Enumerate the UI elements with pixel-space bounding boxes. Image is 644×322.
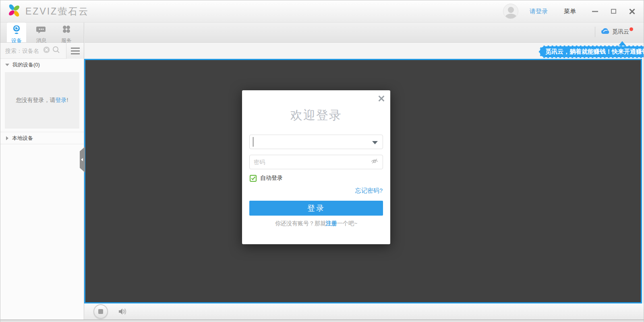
my-devices-header[interactable]: 我的设备(0)	[0, 59, 84, 71]
divider	[595, 27, 595, 37]
password-input[interactable]	[250, 159, 371, 165]
login-dialog: 欢迎登录	[242, 90, 390, 244]
device-list-panel: 您没有登录，请登录!	[5, 72, 79, 129]
chat-icon	[36, 25, 47, 37]
sidebar: 设备 消息	[0, 23, 84, 320]
stop-icon	[98, 309, 103, 314]
tab-services[interactable]: 服务	[57, 23, 76, 42]
ezviz-logo-icon	[7, 3, 21, 19]
grid-icon	[61, 25, 72, 37]
playback-control-bar	[85, 303, 644, 320]
titlebar: EZVIZ萤石云 请登录 菜单	[0, 0, 644, 23]
close-icon	[629, 8, 635, 15]
password-field	[249, 155, 383, 169]
auto-login-checkbox[interactable]	[250, 175, 257, 182]
promo-bubble-text: 觅讯云，躺着就能赚钱！快来开通赚钱!	[545, 48, 644, 56]
tab-bar: 设备 消息	[0, 23, 84, 43]
caret-right-icon	[6, 136, 8, 140]
cloud-service-entry[interactable]: 觅讯云	[595, 27, 633, 37]
not-logged-suffix: !	[67, 97, 68, 103]
dialog-title: 欢迎登录	[242, 107, 390, 124]
camera-icon	[11, 25, 22, 37]
not-logged-prefix: 您没有登录，请	[16, 97, 56, 103]
arrow-left-icon	[81, 158, 83, 161]
window-bottom-edge	[0, 320, 644, 322]
search-input[interactable]	[0, 48, 43, 54]
my-devices-label: 我的设备(0)	[12, 61, 40, 69]
volume-icon	[118, 307, 127, 316]
search-icon[interactable]	[52, 46, 60, 55]
app-title: EZVIZ萤石云	[25, 5, 89, 18]
dropdown-icon[interactable]	[372, 141, 378, 144]
text-cursor	[253, 137, 253, 147]
cloud-icon	[601, 28, 610, 36]
not-logged-in-message: 您没有登录，请登录!	[16, 97, 68, 104]
avatar-head-shape	[508, 7, 514, 13]
username-field[interactable]	[249, 135, 383, 149]
register-prefix: 你还没有账号？那就	[275, 220, 326, 226]
search-bar	[0, 43, 84, 59]
minimize-icon	[592, 11, 598, 12]
titlebar-login-link[interactable]: 请登录	[530, 8, 548, 15]
promo-bubble[interactable]: 觅讯云，躺着就能赚钱！快来开通赚钱!	[539, 46, 644, 58]
logo: EZVIZ萤石云	[7, 3, 89, 19]
login-button[interactable]: 登录	[249, 201, 383, 216]
toolbar-strip: 觅讯云	[85, 23, 644, 43]
local-devices-label: 本地设备	[12, 135, 33, 142]
close-button[interactable]	[626, 5, 638, 17]
clear-icon[interactable]	[43, 46, 50, 55]
forgot-password-link[interactable]: 忘记密码?	[355, 187, 383, 195]
maximize-button[interactable]	[607, 5, 619, 17]
auto-login-row[interactable]: 自动登录	[250, 175, 283, 182]
notification-dot	[630, 27, 633, 31]
list-menu-button[interactable]	[66, 43, 84, 59]
register-line: 你还没有账号？那就注册一个吧~	[242, 220, 390, 227]
tab-devices[interactable]: 设备	[7, 23, 26, 42]
auto-login-label: 自动登录	[260, 175, 283, 182]
eye-off-icon[interactable]	[371, 158, 379, 166]
tab-messages[interactable]: 消息	[32, 23, 51, 42]
avatar[interactable]	[503, 4, 518, 19]
avatar-body-shape	[505, 14, 516, 19]
register-link[interactable]: 注册	[326, 220, 337, 226]
cloud-service-label: 觅讯云	[612, 28, 629, 35]
ezviz-app-window: EZVIZ萤石云 请登录 菜单 觅讯云	[0, 0, 644, 322]
volume-button[interactable]	[118, 307, 127, 316]
minimize-button[interactable]	[589, 5, 601, 17]
local-devices-header[interactable]: 本地设备	[0, 132, 84, 144]
panel-login-link[interactable]: 登录	[56, 97, 67, 103]
menu-button[interactable]: 菜单	[564, 8, 576, 15]
maximize-icon	[611, 9, 616, 14]
hamburger-icon	[71, 48, 80, 49]
dialog-close-icon[interactable]	[378, 95, 385, 102]
caret-down-icon	[5, 64, 9, 66]
video-display-area: 欢迎登录	[84, 59, 642, 303]
register-suffix: 一个吧~	[337, 220, 357, 226]
stop-button[interactable]	[93, 304, 108, 319]
